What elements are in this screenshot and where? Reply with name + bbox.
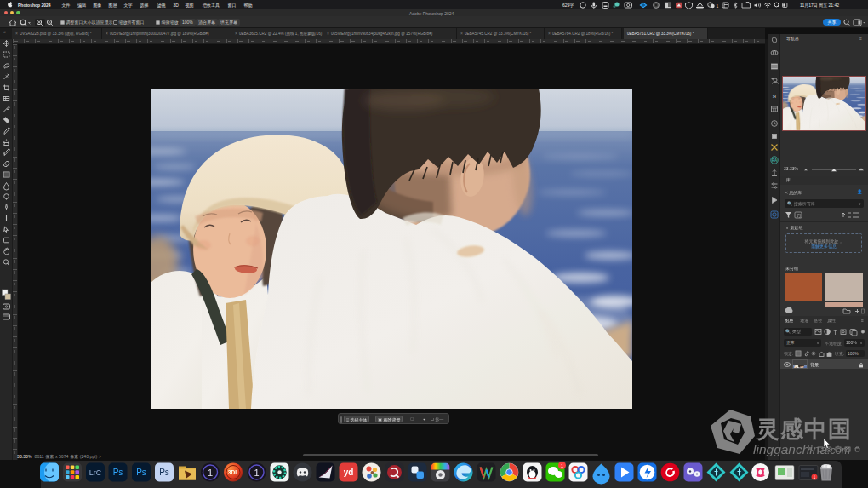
svg-text:LrC: LrC	[89, 468, 102, 477]
svg-text:1: 1	[254, 468, 259, 478]
svg-text:刀: 刀	[797, 213, 802, 219]
svg-text:⋯: ⋯	[4, 281, 9, 286]
svg-text:1: 1	[814, 474, 816, 479]
svg-text:RA: RA	[772, 158, 778, 163]
svg-text:1: 1	[717, 3, 719, 9]
svg-text:yd: yd	[344, 468, 354, 477]
svg-text:Ps: Ps	[136, 468, 146, 477]
svg-text:Ps: Ps	[159, 468, 169, 477]
svg-text:灵感中国: 灵感中国	[756, 416, 852, 442]
svg-text:Ps: Ps	[113, 468, 123, 477]
svg-text:я: я	[773, 92, 776, 100]
svg-text:T: T	[834, 330, 838, 336]
svg-text:1: 1	[208, 468, 213, 478]
svg-text:lingganchina.com: lingganchina.com	[753, 442, 850, 456]
svg-text:3DL: 3DL	[228, 469, 238, 475]
